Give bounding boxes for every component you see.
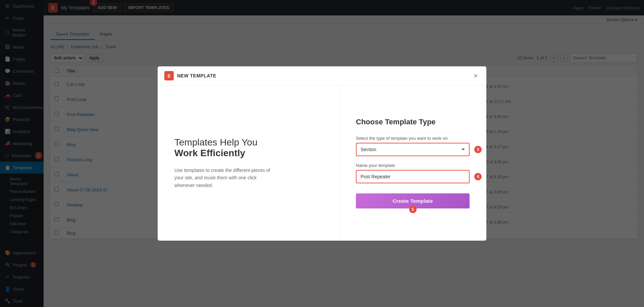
modal-close-button[interactable]: × (472, 72, 480, 80)
template-type-group: Select the type of template you want to … (356, 136, 470, 156)
modal-header-left: E NEW TEMPLATE (164, 71, 216, 80)
step4-circle: 4 (474, 173, 482, 180)
modal-heading: Templates Help You Work Efficiently (174, 137, 322, 159)
modal-overlay[interactable]: E NEW TEMPLATE × Templates Help You Work… (0, 0, 644, 307)
choose-template-heading: Choose Template Type (356, 118, 470, 126)
step5-circle: 5 (409, 206, 417, 213)
modal-header: E NEW TEMPLATE × (158, 66, 486, 85)
template-name-label: Name your template (356, 163, 470, 168)
new-template-modal: E NEW TEMPLATE × Templates Help You Work… (158, 66, 486, 241)
modal-right-panel: Choose Template Type Select the type of … (339, 85, 486, 241)
template-type-select[interactable]: Section Page Landing Page Popup (356, 143, 470, 156)
modal-description: Use templates to create the different pi… (174, 167, 275, 189)
modal-left-panel: Templates Help You Work Efficiently Use … (158, 85, 339, 241)
template-name-group: Name your template 4 (356, 163, 470, 183)
modal-title: NEW TEMPLATE (177, 73, 216, 78)
modal-body: Templates Help You Work Efficiently Use … (158, 85, 486, 241)
template-name-input[interactable] (356, 170, 470, 183)
modal-icon: E (164, 71, 174, 80)
step3-circle: 3 (474, 146, 482, 153)
template-type-label: Select the type of template you want to … (356, 136, 470, 141)
